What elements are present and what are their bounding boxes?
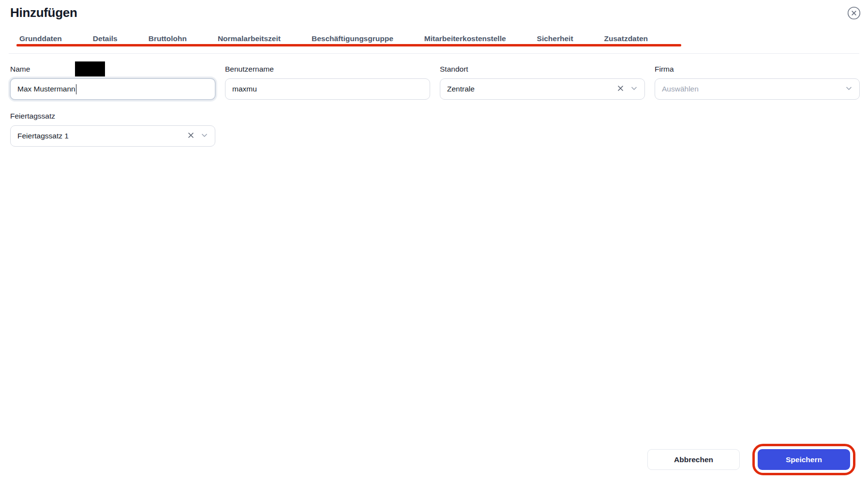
clear-x-icon[interactable] [187,132,195,141]
annotation-red-underline [16,44,681,46]
tab-grunddaten[interactable]: Grunddaten [19,34,62,43]
firma-select[interactable]: Auswählen [655,78,860,100]
clear-x-icon[interactable] [617,85,624,94]
tab-sicherheit[interactable]: Sicherheit [537,34,573,43]
tab-zusatzdaten[interactable]: Zusatzdaten [604,34,648,43]
circle-x-icon [847,6,862,20]
benutzername-value: maxmu [232,85,257,93]
footer-actions: Abbrechen Speichern [647,444,855,475]
tab-bar: Grunddaten Details Bruttolohn Normalarbe… [0,34,868,43]
form: Name Max Mustermann Benutzername maxmu S… [10,64,860,147]
name-input[interactable]: Max Mustermann [10,78,215,100]
tab-normalarbeitszeit[interactable]: Normalarbeitszeit [218,34,281,43]
standort-label: Standort [440,64,645,74]
standort-select[interactable]: Zentrale [440,78,645,100]
name-label: Name [10,64,215,74]
firma-label: Firma [655,64,860,74]
tab-beschaeftigungsgruppe[interactable]: Beschäftigungsgruppe [312,34,393,43]
feiertagssatz-label: Feiertagssatz [10,111,215,121]
field-benutzername: Benutzername maxmu [225,64,430,100]
add-employee-dialog: Hinzufügen Grunddaten Details Bruttolohn… [0,0,868,483]
chevron-down-icon[interactable] [201,132,208,141]
firma-placeholder: Auswählen [662,85,699,93]
chevron-down-icon[interactable] [630,85,638,94]
tab-bruttolohn[interactable]: Bruttolohn [149,34,187,43]
field-standort: Standort Zentrale [440,64,645,100]
save-button[interactable]: Speichern [758,449,850,470]
annotation-red-circle: Speichern [752,444,855,475]
benutzername-label: Benutzername [225,64,430,74]
field-feiertagssatz: Feiertagssatz Feiertagssatz 1 [10,111,215,147]
field-name: Name Max Mustermann [10,64,215,100]
tab-mitarbeiterkostenstelle[interactable]: Mitarbeiterkostenstelle [424,34,506,43]
field-firma: Firma Auswählen [655,64,860,100]
feiertagssatz-select[interactable]: Feiertagssatz 1 [10,125,215,147]
feiertagssatz-value: Feiertagssatz 1 [17,132,69,140]
text-cursor [76,84,77,94]
page-title: Hinzufügen [10,5,77,20]
tab-details[interactable]: Details [93,34,118,43]
benutzername-input[interactable]: maxmu [225,78,430,100]
close-button[interactable] [847,6,862,20]
name-value: Max Mustermann [17,85,75,93]
redaction-box [75,61,105,76]
standort-value: Zentrale [447,85,475,93]
cancel-button[interactable]: Abbrechen [647,449,740,470]
chevron-down-icon[interactable] [845,85,853,94]
tabbar-divider [9,53,859,54]
